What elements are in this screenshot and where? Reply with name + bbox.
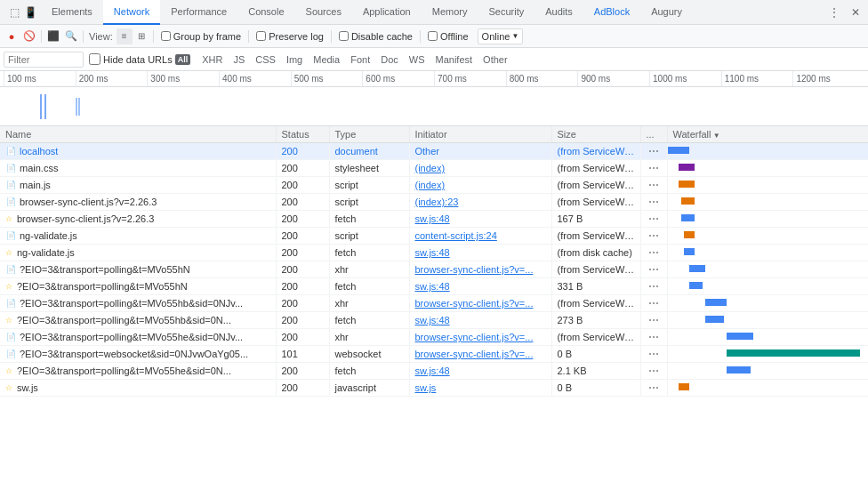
cell-dots[interactable]: ⋯	[640, 177, 667, 194]
disable-cache-checkbox[interactable]	[339, 31, 349, 41]
cell-dots[interactable]: ⋯	[640, 143, 667, 160]
filter-type-ws[interactable]: WS	[405, 53, 430, 66]
initiator-link[interactable]: (index)	[415, 163, 446, 173]
filter-type-xhr[interactable]: XHR	[197, 53, 227, 66]
cell-initiator[interactable]: sw.js:48	[409, 278, 551, 295]
table-row[interactable]: ☆?EIO=3&transport=polling&t=MVo55hN200fe…	[0, 278, 868, 295]
dots-button[interactable]: ⋯	[647, 314, 661, 326]
dots-button[interactable]: ⋯	[647, 297, 661, 309]
th-type[interactable]: Type	[329, 126, 409, 143]
clear-button[interactable]: 🚫	[21, 28, 37, 44]
dots-button[interactable]: ⋯	[647, 365, 661, 377]
close-devtools-icon[interactable]: ✕	[847, 4, 864, 21]
cell-dots[interactable]: ⋯	[640, 329, 667, 346]
cell-initiator[interactable]: content-script.js:24	[409, 228, 551, 245]
cell-dots[interactable]: ⋯	[640, 245, 667, 261]
dots-button[interactable]: ⋯	[647, 229, 661, 242]
cell-initiator[interactable]: (index)	[409, 160, 551, 177]
cell-dots[interactable]: ⋯	[640, 346, 667, 363]
filter-type-js[interactable]: JS	[229, 53, 249, 66]
table-row[interactable]: 📄?EIO=3&transport=polling&t=MVo55he&sid=…	[0, 329, 868, 346]
table-row[interactable]: ☆browser-sync-client.js?v=2.26.3200fetch…	[0, 211, 868, 228]
initiator-link[interactable]: browser-sync-client.js?v=...	[415, 264, 534, 275]
preserve-log-checkbox[interactable]	[256, 31, 266, 41]
dots-button[interactable]: ⋯	[647, 162, 661, 174]
table-row[interactable]: 📄localhost200documentOther(from ServiceW…	[0, 143, 868, 160]
cell-dots[interactable]: ⋯	[640, 363, 667, 380]
timeline[interactable]: 100 ms200 ms300 ms400 ms500 ms600 ms700 …	[0, 71, 868, 126]
initiator-link[interactable]: sw.js	[415, 382, 437, 393]
table-row[interactable]: 📄ng-validate.js200scriptcontent-script.j…	[0, 228, 868, 245]
filter-type-img[interactable]: Img	[282, 53, 307, 66]
device-icon[interactable]: 📱	[23, 5, 37, 20]
initiator-link[interactable]: browser-sync-client.js?v=...	[415, 298, 534, 309]
disable-cache-label[interactable]: Disable cache	[335, 31, 416, 42]
offline-label[interactable]: Offline	[424, 31, 472, 42]
cell-dots[interactable]: ⋯	[640, 295, 667, 312]
table-row[interactable]: ☆sw.js200javascriptsw.js0 B⋯	[0, 380, 868, 397]
group-by-frame-label[interactable]: Group by frame	[157, 31, 245, 42]
tab-audits[interactable]: Audits	[534, 0, 583, 25]
dots-button[interactable]: ⋯	[647, 145, 661, 157]
cell-initiator[interactable]: (index)	[409, 177, 551, 194]
cell-dots[interactable]: ⋯	[640, 228, 667, 245]
dots-button[interactable]: ⋯	[647, 246, 661, 259]
group-by-frame-checkbox[interactable]	[161, 31, 171, 41]
th-size[interactable]: Size	[551, 126, 640, 143]
tab-console[interactable]: Console	[237, 0, 294, 25]
cell-initiator[interactable]: browser-sync-client.js?v=...	[409, 329, 551, 346]
initiator-link[interactable]: sw.js:48	[415, 315, 450, 325]
initiator-link[interactable]: browser-sync-client.js?v=...	[415, 332, 534, 342]
th-initiator[interactable]: Initiator	[409, 126, 551, 143]
cell-initiator[interactable]: browser-sync-client.js?v=...	[409, 261, 551, 278]
initiator-link[interactable]: sw.js:48	[415, 281, 450, 292]
tab-augury[interactable]: Augury	[640, 0, 693, 25]
th-status[interactable]: Status	[276, 126, 329, 143]
th-waterfall[interactable]: Waterfall	[667, 126, 868, 143]
list-view-btn[interactable]: ≡	[117, 28, 133, 44]
table-row[interactable]: ☆?EIO=3&transport=polling&t=MVo55he&sid=…	[0, 363, 868, 380]
cell-dots[interactable]: ⋯	[640, 211, 667, 228]
filter-input[interactable]	[4, 52, 84, 68]
dots-button[interactable]: ⋯	[647, 280, 661, 293]
table-row[interactable]: 📄?EIO=3&transport=polling&t=MVo55hb&sid=…	[0, 295, 868, 312]
large-view-btn[interactable]: ⊞	[133, 28, 149, 44]
tab-sources[interactable]: Sources	[295, 0, 352, 25]
tab-memory[interactable]: Memory	[422, 0, 478, 25]
filter-type-font[interactable]: Font	[346, 53, 374, 66]
table-row[interactable]: 📄browser-sync-client.js?v=2.26.3200scrip…	[0, 194, 868, 211]
filter-type-manifest[interactable]: Manifest	[431, 53, 478, 66]
initiator-link[interactable]: sw.js:48	[415, 213, 450, 224]
tab-performance[interactable]: Performance	[160, 0, 237, 25]
table-row[interactable]: 📄main.js200script(index)(from ServiceWor…	[0, 177, 868, 194]
filter-type-css[interactable]: CSS	[251, 53, 280, 66]
cell-initiator[interactable]: browser-sync-client.js?v=...	[409, 295, 551, 312]
table-row[interactable]: 📄?EIO=3&transport=websocket&sid=0NJvwOaY…	[0, 346, 868, 363]
hide-data-urls-checkbox[interactable]	[89, 53, 100, 65]
inspect-icon[interactable]: ⬚	[7, 5, 21, 20]
offline-checkbox[interactable]	[428, 31, 438, 41]
cell-dots[interactable]: ⋯	[640, 278, 667, 295]
hide-data-urls-label[interactable]: Hide data URLs All	[87, 53, 192, 65]
tab-security[interactable]: Security	[478, 0, 534, 25]
cell-dots[interactable]: ⋯	[640, 160, 667, 177]
cell-initiator[interactable]: sw.js:48	[409, 363, 551, 380]
tab-elements[interactable]: Elements	[41, 0, 103, 25]
network-throttle-select[interactable]: Online ▼	[478, 28, 524, 44]
table-row[interactable]: ☆ng-validate.js200fetchsw.js:48(from dis…	[0, 245, 868, 261]
record-button[interactable]: ●	[4, 28, 20, 44]
cell-dots[interactable]: ⋯	[640, 194, 667, 211]
initiator-link[interactable]: sw.js:48	[415, 366, 450, 376]
initiator-link[interactable]: (index)	[415, 180, 446, 190]
cell-dots[interactable]: ⋯	[640, 261, 667, 278]
cell-dots[interactable]: ⋯	[640, 312, 667, 329]
dots-button[interactable]: ⋯	[647, 348, 661, 360]
preserve-log-label[interactable]: Preserve log	[253, 31, 327, 42]
dots-button[interactable]: ⋯	[647, 382, 661, 394]
initiator-link[interactable]: sw.js:48	[415, 247, 450, 258]
table-row[interactable]: 📄main.css200stylesheet(index)(from Servi…	[0, 160, 868, 177]
initiator-link[interactable]: (index):23	[415, 197, 459, 207]
dots-button[interactable]: ⋯	[647, 196, 661, 208]
more-tabs-icon[interactable]: ⋮	[825, 4, 843, 21]
cell-initiator[interactable]: sw.js	[409, 380, 551, 397]
